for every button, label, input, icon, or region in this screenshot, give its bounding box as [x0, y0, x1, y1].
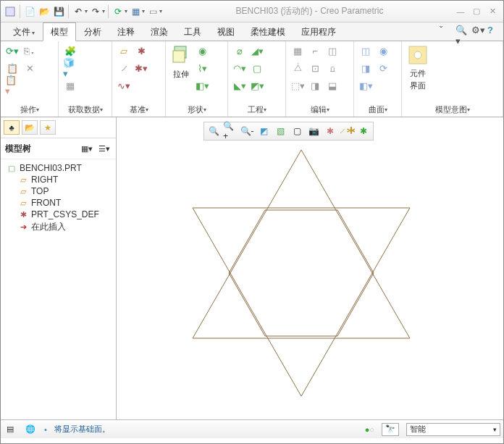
- tree-settings-icon[interactable]: ☰▾: [97, 141, 112, 156]
- axis-icon[interactable]: ⟋: [117, 61, 131, 75]
- dropdown-icon[interactable]: ▾: [142, 8, 145, 14]
- tree-node-top[interactable]: ▱TOP: [4, 185, 113, 197]
- plane-icon[interactable]: ▱: [117, 43, 131, 58]
- maximize-icon[interactable]: ▢: [470, 7, 483, 17]
- tree-header: 模型树 ▦▾ ☰▾: [1, 138, 116, 159]
- extrude-icon[interactable]: [170, 43, 192, 67]
- dropdown-icon[interactable]: ▾: [102, 8, 105, 14]
- surf-icon[interactable]: ◫: [358, 43, 373, 58]
- search-icon[interactable]: 🔍▾: [455, 25, 467, 36]
- tree-node-csys[interactable]: ✱PRT_CSYS_DEF: [4, 209, 113, 220]
- tree-node-insert[interactable]: ➔在此插入: [4, 220, 113, 234]
- sketch-icon[interactable]: ∿▾: [117, 78, 131, 93]
- plane-icon: ▱: [18, 186, 28, 196]
- tree-node-right[interactable]: ▱RIGHT: [4, 174, 113, 185]
- chevron-down-icon: ▾: [467, 106, 470, 113]
- svg-marker-5: [193, 150, 410, 338]
- plane-icon: ▱: [18, 175, 28, 185]
- component-icon[interactable]: [406, 43, 429, 67]
- undo-icon[interactable]: ↶: [72, 5, 85, 18]
- dropdown-icon[interactable]: ▾: [159, 8, 162, 14]
- help-icon[interactable]: ?: [487, 25, 499, 36]
- regen-icon[interactable]: ⟳: [112, 5, 125, 18]
- open-icon[interactable]: 📂: [38, 5, 51, 18]
- revolve-icon[interactable]: ◉: [195, 43, 209, 58]
- tree-tab-fav[interactable]: ★: [40, 120, 56, 135]
- edit-icon[interactable]: ⌐: [308, 43, 322, 58]
- edit-icon[interactable]: ◫: [325, 43, 340, 58]
- blend-icon[interactable]: ◧▾: [195, 78, 209, 93]
- shell-icon[interactable]: ▢: [250, 61, 264, 75]
- copy-icon[interactable]: 📋: [5, 61, 20, 75]
- pattern-icon[interactable]: ▦: [290, 43, 305, 58]
- edit-icon[interactable]: ⬓: [325, 78, 340, 93]
- regen-icon[interactable]: ⟳▾: [5, 43, 20, 58]
- tab-file[interactable]: 文件▾: [5, 22, 43, 41]
- svg-marker-7: [229, 210, 374, 336]
- edit-icon[interactable]: ◨: [308, 78, 322, 93]
- tree-tab-folder[interactable]: 📂: [22, 120, 38, 135]
- surf-icon[interactable]: ◨: [358, 61, 373, 75]
- edit-icon[interactable]: ⬚▾: [290, 78, 305, 93]
- tree-tab-model[interactable]: ♣: [4, 120, 20, 135]
- edit-icon[interactable]: ⩍: [325, 61, 340, 75]
- close-icon[interactable]: ✕: [486, 7, 499, 17]
- edit-icon[interactable]: ⊡: [308, 61, 322, 75]
- windows-icon[interactable]: ▦: [129, 5, 142, 18]
- group-getdata: 🧩 🧊▾ ▦ 获取数据▾: [59, 41, 112, 117]
- tree-root[interactable]: ▢BENCHI03.PRT: [4, 162, 113, 174]
- dropdown-icon[interactable]: ▾: [85, 8, 88, 14]
- gear-icon[interactable]: ⚙▾: [471, 25, 483, 36]
- dropdown-icon[interactable]: ▾: [125, 8, 127, 14]
- userdef-icon[interactable]: 🧩: [63, 43, 77, 58]
- tree-filter-icon[interactable]: ▦▾: [80, 141, 94, 156]
- layout-icon[interactable]: ▤: [4, 423, 17, 436]
- draft-icon[interactable]: ◢▾: [250, 43, 264, 58]
- round-icon[interactable]: ◠▾: [232, 61, 247, 75]
- op-icon[interactable]: ⎘▾: [22, 43, 37, 58]
- globe-icon[interactable]: 🌐: [24, 423, 37, 436]
- tab-analysis[interactable]: 分析: [76, 22, 109, 41]
- tabs-right: ˇ 🔍▾ ⚙▾ ?: [440, 25, 499, 36]
- graphics-canvas[interactable]: 🔍 🔍+ 🔍- ◩ ▧ ▢ 📷 ✱ ⟋✱ ✱: [117, 117, 503, 419]
- tab-render[interactable]: 渲染: [143, 22, 176, 41]
- tab-annotate[interactable]: 注释: [109, 22, 143, 41]
- title-bar: 📄 📂 💾 ↶▾ ↷▾ ⟳▾ ▦▾ ▭▾ BENCHI03 (活动的) - Cr…: [1, 1, 503, 22]
- rib-icon[interactable]: ◩▾: [250, 78, 264, 93]
- tab-tools[interactable]: 工具: [176, 22, 209, 41]
- group-label: 曲面▾: [354, 103, 401, 117]
- traffic-icon[interactable]: ●○: [365, 425, 374, 434]
- group-datum: ▱ ⟋ ∿▾ ✱ ✱▾ 基准▾: [112, 41, 166, 117]
- group-label: 工程▾: [228, 103, 285, 117]
- chamfer-icon[interactable]: ◣▾: [232, 78, 247, 93]
- copygeom-icon[interactable]: 🧊▾: [63, 61, 77, 75]
- selection-filter-combo[interactable]: 智能 ▾: [406, 423, 500, 436]
- csys-icon[interactable]: ✱: [134, 43, 148, 58]
- work-area: ♣ 📂 ★ 模型树 ▦▾ ☰▾ ▢BENCHI03.PRT ▱RIGHT ▱TO…: [1, 117, 503, 419]
- redo-icon[interactable]: ↷: [89, 5, 102, 18]
- tab-app[interactable]: 应用程序: [293, 22, 344, 41]
- save-icon[interactable]: 💾: [52, 5, 65, 18]
- tab-view[interactable]: 视图: [209, 22, 243, 41]
- collapse-icon[interactable]: ˇ: [440, 25, 451, 36]
- point-icon[interactable]: ✱▾: [134, 61, 148, 75]
- new-icon[interactable]: 📄: [23, 5, 36, 18]
- surf-icon[interactable]: ⟳: [376, 61, 390, 75]
- sweep-icon[interactable]: ⌇▾: [195, 61, 209, 75]
- binoculars-icon[interactable]: 🔭: [382, 423, 399, 436]
- surf-icon[interactable]: ◉: [376, 43, 390, 58]
- node-label: TOP: [31, 186, 49, 196]
- tab-flex[interactable]: 柔性建模: [243, 22, 293, 41]
- tab-model[interactable]: 模型: [43, 22, 76, 41]
- close-doc-icon[interactable]: ▭: [146, 5, 159, 18]
- mirror-icon[interactable]: ⧊: [290, 61, 305, 75]
- surf-icon[interactable]: ◧▾: [358, 78, 373, 93]
- minimize-icon[interactable]: —: [454, 7, 467, 17]
- op-icon[interactable]: ✕: [22, 61, 37, 75]
- svg-point-4: [414, 51, 421, 59]
- paste-icon[interactable]: 📋▾: [5, 78, 20, 93]
- csys-icon: ✱: [18, 209, 28, 219]
- shrinkwrap-icon[interactable]: ▦: [63, 78, 77, 93]
- tree-node-front[interactable]: ▱FRONT: [4, 197, 113, 209]
- hole-icon[interactable]: ⌀: [232, 43, 247, 58]
